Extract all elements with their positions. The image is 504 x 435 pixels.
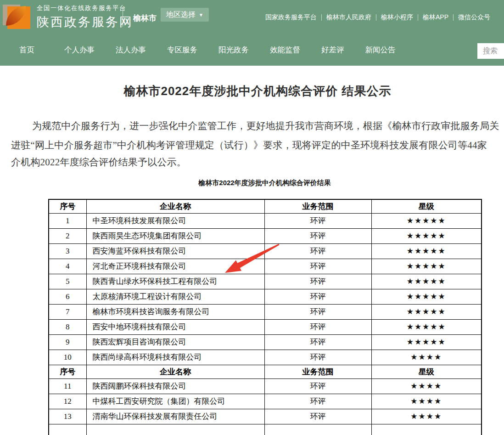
star-rating-cell: ★★★★★	[371, 304, 482, 319]
empty-cell	[264, 424, 371, 435]
evaluation-table: 序号企业名称业务范围星级1中圣环境科技发展有限公司环评★★★★★2陕西雨昊生态环…	[48, 199, 482, 435]
business-scope-cell: 环评	[264, 409, 371, 424]
company-name-cell: 太原核清环境工程设计有限公司	[86, 289, 264, 304]
nav-item-5[interactable]: 效能监督	[270, 45, 300, 55]
platform-subtitle: 全国一体化在线政务服务平台	[37, 4, 133, 12]
business-scope-cell: 环评	[264, 319, 371, 334]
company-name-cell: 中圣环境科技发展有限公司	[86, 213, 264, 228]
business-scope-cell: 环评	[264, 243, 371, 259]
header-links: 国家政务服务平台榆林市人民政府榆林小程序榆林APP微信公众号注册	[265, 0, 504, 34]
business-scope-cell: 环评	[264, 394, 371, 409]
star-rating-cell: ★★★★	[371, 409, 482, 424]
nav-item-3[interactable]: 专区服务	[167, 45, 197, 55]
table-row-10: 10陕西尚绿高科环境科技有限公司环评★★★★	[49, 350, 482, 365]
table-header-cell-0: 序号	[49, 199, 86, 213]
company-name-cell: 西安中地环境科技有限公司	[86, 319, 264, 334]
header-link-separator	[453, 14, 454, 21]
company-name-cell: 陕西阔鹏环保科技有限公司	[86, 379, 264, 394]
current-city-label: 榆林市	[133, 13, 157, 23]
page-title: 榆林市2022年度涉批中介机构综合评价 结果公示	[0, 83, 504, 99]
header-link-3[interactable]: 榆林APP	[423, 13, 448, 22]
table-row-2: 2陕西雨昊生态环境集团有限公司环评★★★★★	[49, 228, 482, 243]
star-rating-cell: ★★★★	[371, 394, 482, 409]
region-select-button[interactable]: 地区选择 ▼	[161, 8, 209, 22]
page: 全国一体化在线政务服务平台 陕西政务服务网 榆林市 地区选择 ▼ 国家政务服务平…	[0, 0, 504, 435]
business-scope-cell: 环评	[264, 334, 371, 350]
table-header-row: 序号企业名称业务范围星级	[49, 365, 482, 379]
table-row-4: 4河北奇正环境科技有限公司环评★★★★★	[49, 259, 482, 274]
row-number-cell: 1	[49, 213, 86, 228]
header-link-1[interactable]: 榆林市人民政府	[326, 13, 371, 22]
header-link-separator	[376, 14, 376, 21]
header-link-2[interactable]: 榆林小程序	[381, 13, 413, 22]
header-link-separator	[321, 14, 322, 21]
region-select-label: 地区选择	[166, 10, 196, 20]
search-input[interactable]	[477, 43, 504, 59]
site-titles: 全国一体化在线政务服务平台 陕西政务服务网	[37, 4, 133, 30]
empty-cell	[49, 424, 86, 435]
header-link-4[interactable]: 微信公众号	[458, 13, 490, 22]
table-row-13: 13渭南华山环保科技发展有限责任公司环评★★★★	[49, 409, 482, 424]
company-name-cell: 榆林市环境科技咨询服务有限公司	[86, 304, 264, 319]
table-row-1: 1中圣环境科技发展有限公司环评★★★★★	[49, 213, 482, 228]
paragraph-line-3: 介机构2022年度综合评价结果予以公示。	[11, 156, 186, 169]
table-row-partial	[49, 424, 482, 435]
company-name-cell: 陕西尚绿高科环境科技有限公司	[86, 350, 264, 365]
company-name-cell: 西安海蓝环保科技有限公司	[86, 243, 264, 259]
row-number-cell: 6	[49, 289, 86, 304]
table-header-cell-3: 星级	[371, 365, 482, 379]
table-row-12: 12中煤科工西安研究院（集团）有限公司环评★★★★	[49, 394, 482, 409]
table-row-3: 3西安海蓝环保科技有限公司环评★★★★★	[49, 243, 482, 259]
site-name: 陕西政务服务网	[37, 14, 133, 30]
row-number-cell: 9	[49, 334, 86, 350]
header-divider	[123, 7, 123, 27]
nav-item-1[interactable]: 个人办事	[64, 45, 95, 55]
business-scope-cell: 环评	[264, 213, 371, 228]
business-scope-cell: 环评	[264, 350, 371, 365]
table-header-cell-0: 序号	[49, 365, 86, 379]
row-number-cell: 7	[49, 304, 86, 319]
star-rating-cell: ★★★★★	[371, 228, 482, 243]
business-scope-cell: 环评	[264, 228, 371, 243]
evaluation-table-body: 序号企业名称业务范围星级1中圣环境科技发展有限公司环评★★★★★2陕西雨昊生态环…	[49, 199, 482, 435]
chevron-down-icon: ▼	[199, 12, 203, 17]
row-number-cell: 3	[49, 243, 86, 259]
site-header: 全国一体化在线政务服务平台 陕西政务服务网 榆林市 地区选择 ▼ 国家政务服务平…	[0, 0, 504, 66]
row-number-cell: 2	[49, 228, 86, 243]
business-scope-cell: 环评	[264, 304, 371, 319]
table-header-cell-2: 业务范围	[264, 365, 371, 379]
table-row-7: 7榆林市环境科技咨询服务有限公司环评★★★★★	[49, 304, 482, 319]
company-name-cell: 陕西宏辉项目咨询有限公司	[86, 334, 264, 350]
row-number-cell: 13	[49, 409, 86, 424]
row-number-cell: 12	[49, 394, 86, 409]
empty-cell	[371, 424, 482, 435]
paragraph-line-1: 为规范中介服务行为，进一步强化中介监管工作，更好地提升我市营商环境，根据《榆林市…	[32, 119, 499, 132]
header-link-0[interactable]: 国家政务服务平台	[265, 13, 317, 22]
header-top-row: 全国一体化在线政务服务平台 陕西政务服务网 榆林市 地区选择 ▼ 国家政务服务平…	[0, 0, 504, 34]
star-rating-cell: ★★★★★	[371, 334, 482, 350]
star-rating-cell: ★★★★	[371, 350, 482, 365]
nav-item-6[interactable]: 好差评	[321, 45, 344, 55]
star-rating-cell: ★★★★★	[371, 213, 482, 228]
business-scope-cell: 环评	[264, 289, 371, 304]
nav-item-4[interactable]: 阳光政务	[218, 45, 249, 55]
star-rating-cell: ★★★★★	[371, 274, 482, 289]
main-nav: 首页个人办事法人办事专区服务阳光政务效能监督好差评新闻公告	[0, 34, 504, 66]
star-rating-cell: ★★★★★	[371, 289, 482, 304]
nav-item-7[interactable]: 新闻公告	[365, 45, 396, 55]
nav-item-2[interactable]: 法人办事	[116, 45, 146, 55]
table-row-11: 11陕西阔鹏环保科技有限公司环评★★★★	[49, 379, 482, 394]
site-logo[interactable]	[3, 2, 34, 33]
star-rating-cell: ★★★★★	[371, 243, 482, 259]
table-header-cell-3: 星级	[371, 199, 482, 213]
table-header-cell-2: 业务范围	[264, 199, 371, 213]
table-row-6: 6太原核清环境工程设计有限公司环评★★★★★	[49, 289, 482, 304]
table-header-row: 序号企业名称业务范围星级	[49, 199, 482, 213]
company-name-cell: 河北奇正环境科技有限公司	[86, 259, 264, 274]
company-name-cell: 中煤科工西安研究院（集团）有限公司	[86, 394, 264, 409]
business-scope-cell: 环评	[264, 379, 371, 394]
business-scope-cell: 环评	[264, 274, 371, 289]
table-caption: 榆林市2022年度涉批中介机构综合评价结果	[48, 179, 481, 187]
row-number-cell: 10	[49, 350, 86, 365]
nav-item-0[interactable]: 首页	[19, 45, 34, 55]
